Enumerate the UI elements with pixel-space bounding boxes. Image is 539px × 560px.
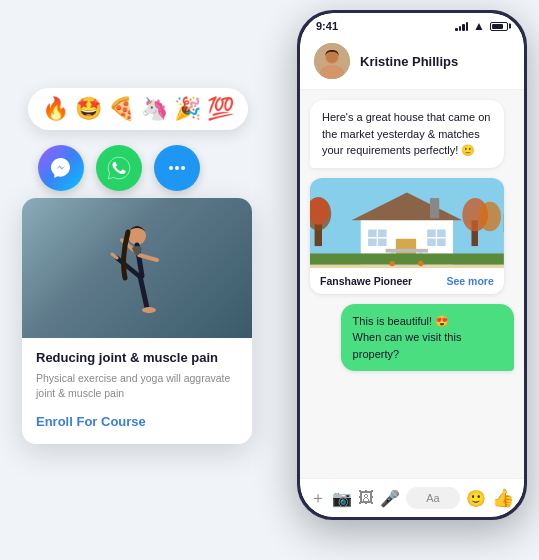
- message-sent: This is beautiful! 😍When can we visit th…: [341, 304, 514, 372]
- emoji-row: 🔥 🤩 🍕 🦄 🎉 💯: [28, 88, 248, 130]
- house-svg: [310, 178, 504, 268]
- phone-inner: 9:41 ▲: [300, 13, 524, 517]
- signal-bar-1: [455, 28, 458, 31]
- whatsapp-icon[interactable]: [96, 145, 142, 191]
- svg-point-15: [326, 51, 338, 63]
- course-description: Physical exercise and yoga will aggravat…: [36, 371, 238, 400]
- emoji-party: 🎉: [174, 96, 201, 122]
- house-image: [310, 178, 504, 268]
- see-more-link[interactable]: See more: [447, 275, 494, 287]
- house-name: Fanshawe Pioneer: [320, 275, 412, 287]
- scene: 🔥 🤩 🍕 🦄 🎉 💯: [0, 0, 539, 560]
- wifi-icon: ▲: [473, 19, 485, 33]
- enroll-button[interactable]: Enroll For Course: [36, 414, 146, 429]
- svg-point-38: [389, 260, 395, 266]
- contact-name: Kristine Phillips: [360, 54, 458, 69]
- emoji-fire: 🔥: [42, 96, 69, 122]
- phone-messages: Here's a great house that came on the ma…: [300, 90, 524, 478]
- more-dots-icon[interactable]: [154, 145, 200, 191]
- phone-header: Kristine Phillips: [300, 37, 524, 90]
- status-icons: ▲: [455, 19, 508, 33]
- emoji-input-icon[interactable]: 🙂: [466, 489, 486, 508]
- course-card-image: [22, 198, 252, 338]
- svg-point-39: [418, 260, 424, 266]
- emoji-pizza: 🍕: [108, 96, 135, 122]
- house-caption: Fanshawe Pioneer See more: [310, 268, 504, 294]
- svg-point-0: [169, 166, 173, 170]
- message-sent-text: This is beautiful! 😍When can we visit th…: [353, 315, 462, 360]
- svg-rect-33: [386, 248, 428, 252]
- image-icon[interactable]: 🖼: [358, 489, 374, 507]
- svg-point-37: [479, 201, 501, 231]
- status-bar: 9:41 ▲: [300, 13, 524, 37]
- avatar: [314, 43, 350, 79]
- course-card: Reducing joint & muscle pain Physical ex…: [22, 198, 252, 444]
- plus-icon[interactable]: ＋: [310, 488, 326, 509]
- svg-point-1: [175, 166, 179, 170]
- input-placeholder: Aa: [426, 492, 439, 504]
- svg-point-11: [142, 307, 156, 313]
- phone-bottom-bar: ＋ 📷 🖼 🎤 Aa 🙂 👍: [300, 478, 524, 517]
- emoji-star-eyes: 🤩: [75, 96, 102, 122]
- svg-rect-22: [430, 198, 439, 218]
- house-image-card: Fanshawe Pioneer See more: [310, 178, 504, 294]
- message-received-text: Here's a great house that came on the ma…: [322, 111, 490, 156]
- messenger-row: [38, 145, 200, 191]
- signal-bars: [455, 21, 468, 31]
- battery-fill: [492, 24, 503, 29]
- avatar-image: [314, 43, 350, 79]
- course-card-body: Reducing joint & muscle pain Physical ex…: [22, 338, 252, 444]
- message-input[interactable]: Aa: [406, 487, 460, 509]
- course-title: Reducing joint & muscle pain: [36, 350, 238, 367]
- signal-bar-2: [459, 26, 462, 31]
- thumbs-up-icon[interactable]: 👍: [492, 487, 514, 509]
- mic-icon[interactable]: 🎤: [380, 489, 400, 508]
- camera-icon[interactable]: 📷: [332, 489, 352, 508]
- yoga-figure-svg: [77, 208, 197, 338]
- signal-bar-3: [462, 24, 465, 31]
- facebook-messenger-icon[interactable]: [38, 145, 84, 191]
- status-time: 9:41: [316, 20, 338, 32]
- emoji-unicorn: 🦄: [141, 96, 168, 122]
- emoji-100: 💯: [207, 96, 234, 122]
- svg-rect-34: [310, 253, 504, 264]
- phone-frame: 9:41 ▲: [297, 10, 527, 520]
- battery-icon: [490, 22, 508, 31]
- signal-bar-4: [466, 22, 469, 31]
- svg-point-2: [181, 166, 185, 170]
- message-received: Here's a great house that came on the ma…: [310, 100, 504, 168]
